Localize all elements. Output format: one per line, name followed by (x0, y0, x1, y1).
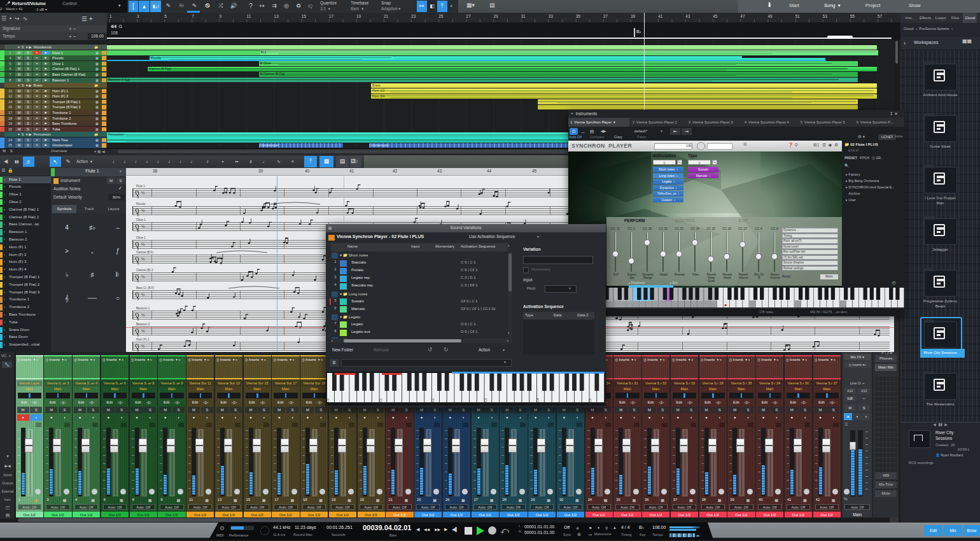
svg-text:Clarinet (B F): Clarinet (B F) (136, 251, 153, 254)
svg-text:Oboe 2: Oboe 2 (136, 236, 146, 239)
svg-text:Bassoon 1: Bassoon 1 (136, 307, 150, 310)
svg-text:C4: C4 (536, 398, 540, 402)
svg-text:½: ½ (141, 313, 144, 318)
svg-text:½: ½ (141, 190, 144, 195)
svg-text:C2: C2 (431, 398, 435, 402)
svg-text:Bass Cl. (B F): Bass Cl. (B F) (136, 286, 155, 290)
svg-text:½: ½ (141, 242, 144, 247)
svg-text:Piccolo: Piccolo (136, 202, 146, 206)
svg-text:Clarinet (B) 2: Clarinet (B) 2 (136, 269, 153, 272)
svg-text:Horn (F) 1: Horn (F) 1 (136, 338, 150, 341)
svg-text:C5: C5 (588, 398, 592, 402)
svg-text:½: ½ (141, 328, 144, 334)
svg-text:C0: C0 (327, 398, 330, 402)
svg-text:Flute 1: Flute 1 (136, 185, 145, 188)
svg-text:C3: C3 (484, 398, 487, 402)
svg-text:C1: C1 (379, 398, 382, 402)
svg-text:½: ½ (141, 208, 144, 213)
svg-text:½: ½ (141, 274, 144, 279)
svg-text:½: ½ (141, 256, 144, 262)
svg-text:Oboe 1: Oboe 1 (136, 218, 146, 221)
svg-text:½: ½ (141, 292, 144, 297)
svg-text:½: ½ (141, 224, 144, 229)
svg-text:Bassoon 2: Bassoon 2 (136, 323, 150, 326)
svg-text:½: ½ (141, 344, 144, 349)
